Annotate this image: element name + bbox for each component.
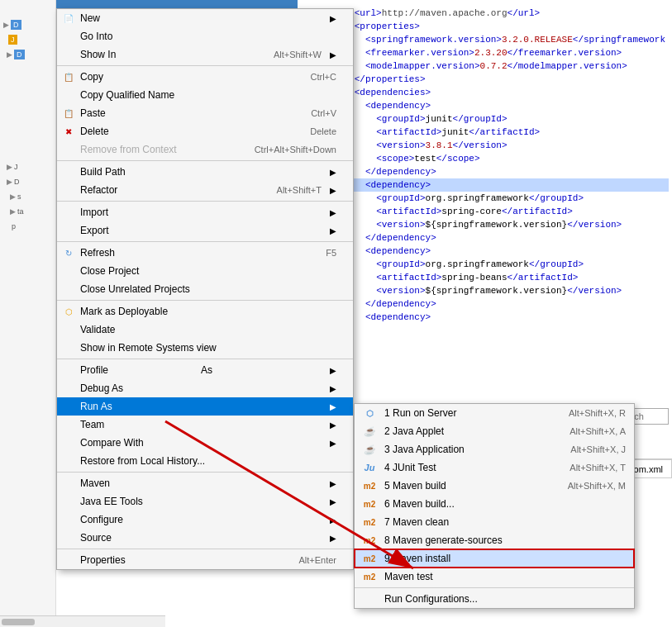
tree-item-5[interactable]: ▶ D [3,175,52,188]
code-line-12: <scope>test</scope> [302,152,669,165]
menu-item-copy[interactable]: 📋 Copy Ctrl+C [57,68,353,86]
menu-item-show-in[interactable]: Show In Alt+Shift+W ▶ [57,45,353,64]
tree-stub: ▶ D J ▶ D ▶ J ▶ D ▶ s ▶ ta p [0,17,55,235]
menu-item-properties[interactable]: Properties Alt+Enter [57,551,353,569]
submenu-item-run-on-server[interactable]: ⬡ 1 Run on Server Alt+Shift+X, R [355,404,634,422]
delete-icon: ✖ [62,125,75,138]
menu-item-delete[interactable]: ✖ Delete Delete [57,122,353,140]
menu-item-remote-systems[interactable]: Show in Remote Systems view [57,339,353,357]
submenu-item-java-applet[interactable]: ☕ 2 Java Applet Alt+Shift+X, A [355,422,634,440]
submenu-item-maven-build-dots[interactable]: m2 6 Maven build... [355,495,634,513]
menu-item-import[interactable]: Import ▶ [57,203,353,221]
code-line-19: <dependency> [302,245,669,258]
menu-item-maven[interactable]: Maven ▶ [57,474,353,492]
code-line-14: <dependency> [302,178,669,192]
arrow-icon: ▶ [330,515,336,525]
menu-item-build-path[interactable]: Build Path ▶ [57,163,353,181]
menu-item-copy-qualified[interactable]: Copy Qualified Name [57,86,353,104]
code-line-15: <groupId>org.springframework</groupId> [302,192,669,205]
code-line-22: <version>${springframework.version}</ver… [302,284,669,297]
arrow-icon: ▶ [330,208,336,217]
menu-item-debug-as[interactable]: Debug As ▶ [57,379,353,397]
copy-icon: 📋 [62,70,75,83]
menu-item-source[interactable]: Source ▶ [57,529,353,547]
arrow-icon: ▶ [330,534,336,543]
menu-item-paste[interactable]: 📋 Paste Ctrl+V [57,104,353,122]
tree-item-2[interactable]: J [3,33,52,46]
menu-item-run-as[interactable]: Run As ▶ [57,397,353,416]
menu-item-restore-history[interactable]: Restore from Local History... [57,452,353,470]
menu-item-deploy[interactable]: ⬡ Mark as Deployable [57,302,353,321]
refresh-icon: ↻ [62,246,75,259]
arrow-icon: ▶ [330,384,336,393]
arrow-icon: ▶ [330,420,336,430]
tree-item-6[interactable]: ▶ s [3,190,52,203]
separator-5 [57,300,353,301]
code-line-21: <artifactId>spring-beans</artifactId> [302,271,669,284]
tree-item-7[interactable]: ▶ ta [3,205,52,218]
menu-item-go-into[interactable]: Go Into [57,27,353,45]
menu-item-close-unrelated[interactable]: Close Unrelated Projects [57,280,353,298]
code-line-18: </dependency> [302,231,669,245]
applet-icon: ☕ [360,425,379,438]
new-icon: 📄 [62,12,75,25]
submenu-item-maven-install[interactable]: m2 9 Maven install [355,549,634,568]
separator-6 [57,359,353,359]
submenu-run-as: ⬡ 1 Run on Server Alt+Shift+X, R ☕ 2 Jav… [354,403,635,609]
menu-item-new[interactable]: 📄 New ▶ [57,9,353,27]
separator-8 [57,549,353,549]
menu-item-compare-with[interactable]: Compare With ▶ [57,434,353,452]
maven-build-icon: m2 [360,479,379,492]
submenu-item-maven-clean[interactable]: m2 7 Maven clean [355,513,634,531]
menu-item-close-project[interactable]: Close Project [57,262,353,280]
arrow-icon: ▶ [330,50,336,59]
arrow-icon: ▶ [330,402,336,411]
submenu-item-java-app[interactable]: ☕ 3 Java Application Alt+Shift+X, J [355,440,634,458]
arrow-icon: ▶ [330,439,336,448]
code-line-20: <groupId>org.springframework</groupId> [302,258,669,271]
submenu-item-run-configs[interactable]: Run Configurations... [355,590,634,608]
code-line-4: <freemarker.version>2.3.20</freemarker.v… [302,46,669,59]
arrow-icon: ▶ [330,479,336,488]
code-line-23: </dependency> [302,297,669,311]
code-line-7: <dependencies> [302,86,669,99]
java-icon: ☕ [360,443,379,456]
menu-item-remove-context[interactable]: Remove from Context Ctrl+Alt+Shift+Down [57,140,353,159]
menu-item-configure[interactable]: Configure ▶ [57,511,353,529]
separator-1 [57,65,353,66]
menu-item-team[interactable]: Team ▶ [57,416,353,434]
menu-item-validate[interactable]: Validate [57,321,353,339]
junit-icon: Ju [360,461,379,474]
code-line-9: <groupId>junit</groupId> [302,112,669,126]
submenu-item-maven-build[interactable]: m2 5 Maven build Alt+Shift+X, M [355,477,634,495]
menu-item-java-ee-tools[interactable]: Java EE Tools ▶ [57,492,353,511]
scroll-thumb[interactable] [2,619,35,625]
maven-test-icon: m2 [360,570,379,583]
submenu-separator [355,587,634,588]
maven-clean-icon: m2 [360,515,379,529]
tree-item-3[interactable]: ▶ D [3,48,52,61]
maven-gen-icon: m2 [360,534,379,547]
horizontal-scrollbar[interactable] [0,615,165,627]
deploy-icon: ⬡ [62,305,75,318]
tree-item-1[interactable]: ▶ D [3,18,52,31]
maven-install-icon: m2 [360,552,379,565]
code-line-11: <version>3.8.1</version> [302,139,669,152]
code-line-24: <dependency> [302,311,669,324]
menu-item-refactor[interactable]: Refactor Alt+Shift+T ▶ [57,181,353,199]
arrow-icon: ▶ [330,366,336,375]
submenu-item-junit[interactable]: Ju 4 JUnit Test Alt+Shift+X, T [355,458,634,477]
separator-7 [57,472,353,473]
menu-item-export[interactable]: Export ▶ [57,221,353,240]
tree-item-8[interactable]: p [3,220,52,233]
code-line-2: <properties> [302,20,669,33]
tree-item-4[interactable]: ▶ J [3,160,52,173]
submenu-item-maven-gen-sources[interactable]: m2 8 Maven generate-sources [355,531,634,549]
code-line-8: <dependency> [302,99,669,112]
arrow-icon: ▶ [330,226,336,235]
submenu-item-maven-test[interactable]: m2 Maven test [355,568,634,586]
code-line-5: <modelmapper.version>0.7.2</modelmapper.… [302,59,669,73]
server-icon: ⬡ [360,406,379,420]
menu-item-profile-as[interactable]: Profile As ▶ [57,361,353,379]
menu-item-refresh[interactable]: ↻ Refresh F5 [57,244,353,262]
